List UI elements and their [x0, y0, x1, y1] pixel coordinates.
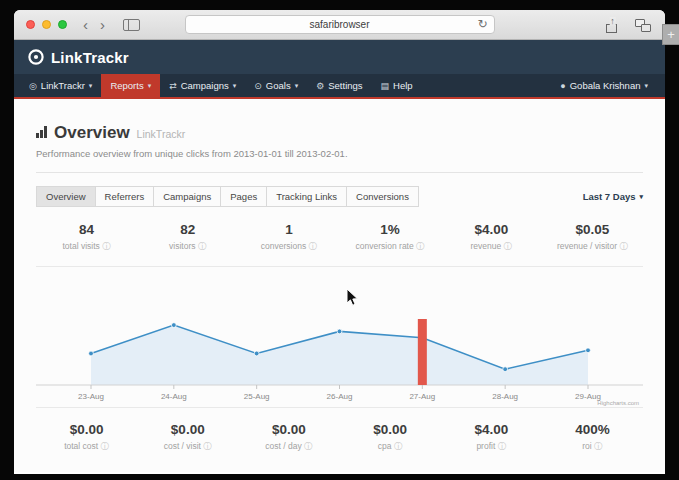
close-window-button[interactable]: [26, 20, 35, 29]
nav-item-label: Settings: [328, 80, 362, 91]
visits-chart[interactable]: 23-Aug24-Aug25-Aug26-Aug27-Aug28-Aug29-A…: [36, 267, 643, 407]
share-arrow-glyph: ↑: [609, 17, 616, 26]
page-title: Overview: [54, 123, 130, 143]
stat-revenue: $4.00 revenue ⓘ: [441, 222, 542, 253]
date-range-label: Last 7 Days: [583, 191, 636, 202]
stat-conversion-rate: 1% conversion rate ⓘ: [340, 222, 441, 253]
info-icon[interactable]: ⓘ: [504, 241, 513, 251]
forward-button[interactable]: ›: [100, 17, 105, 32]
tab-conversions[interactable]: Conversions: [346, 186, 419, 207]
report-tabs: Overview Referrers Campaigns Pages Track…: [36, 186, 643, 207]
user-icon: ●: [560, 81, 565, 91]
tab-campaigns[interactable]: Campaigns: [153, 186, 221, 207]
stat-label: visitors ⓘ: [137, 241, 238, 253]
nav-item-goals[interactable]: ⊙ Goals ▾: [245, 74, 307, 97]
svg-text:24-Aug: 24-Aug: [161, 392, 187, 401]
stat-label: conversion rate ⓘ: [340, 241, 441, 253]
user-menu[interactable]: ● Gobala Krishnan ▾: [551, 74, 657, 97]
stats-row-top: 84 total visits ⓘ 82 visitors ⓘ 1 conver…: [36, 222, 643, 253]
nav-item-settings[interactable]: ⚙ Settings: [307, 74, 371, 97]
nav-item-help[interactable]: ▤ Help: [372, 74, 422, 97]
info-icon[interactable]: ⓘ: [416, 241, 425, 251]
nav-item-label: Reports: [110, 80, 143, 91]
info-icon[interactable]: ⓘ: [309, 241, 318, 251]
stat-label-text: conversions: [261, 241, 306, 251]
stat-label: cpa ⓘ: [340, 441, 441, 453]
stat-value: $0.00: [340, 422, 441, 437]
stats-row-bottom: $0.00 total cost ⓘ $0.00 cost / visit ⓘ …: [36, 407, 643, 453]
svg-text:Highcharts.com: Highcharts.com: [597, 400, 639, 406]
stat-label-text: total visits: [62, 241, 99, 251]
stat-visitors: 82 visitors ⓘ: [137, 222, 238, 253]
show-tabs-icon[interactable]: [635, 19, 651, 32]
caret-down-icon: ▾: [295, 82, 299, 90]
refresh-icon[interactable]: ↻: [477, 17, 487, 31]
stat-label: profit ⓘ: [441, 441, 542, 453]
stat-value: $4.00: [441, 422, 542, 437]
bar-chart-icon: [36, 126, 47, 138]
info-icon[interactable]: ⓘ: [594, 441, 603, 451]
stat-label-text: visitors: [169, 241, 195, 251]
stat-value: 1%: [340, 222, 441, 237]
info-icon[interactable]: ⓘ: [619, 241, 628, 251]
nav-item-label: Help: [393, 80, 413, 91]
page-head: Overview LinkTrackr: [36, 99, 643, 143]
stat-value: $0.05: [542, 222, 643, 237]
stat-label: revenue ⓘ: [441, 241, 542, 253]
stat-profit: $4.00 profit ⓘ: [441, 422, 542, 453]
chart-section: 23-Aug24-Aug25-Aug26-Aug27-Aug28-Aug29-A…: [36, 266, 643, 407]
shuffle-icon: ⇄: [169, 81, 177, 91]
share-icon[interactable]: ↑: [606, 17, 619, 34]
info-icon[interactable]: ⓘ: [101, 441, 110, 451]
nav-item-campaigns[interactable]: ⇄ Campaigns ▾: [160, 74, 245, 97]
stat-label: conversions ⓘ: [238, 241, 339, 253]
target-icon: ⊙: [254, 81, 262, 91]
caret-down-icon: ▾: [644, 82, 648, 90]
stat-revenue-per-visitor: $0.05 revenue / visitor ⓘ: [542, 222, 643, 253]
stat-value: $0.00: [36, 422, 137, 437]
nav-item-reports[interactable]: Reports ▾: [101, 74, 160, 97]
info-icon[interactable]: ⓘ: [304, 441, 313, 451]
stat-label: total visits ⓘ: [36, 241, 137, 253]
address-text: safaribrowser: [309, 19, 369, 30]
svg-text:28-Aug: 28-Aug: [492, 392, 518, 401]
stat-label-text: cost / day: [265, 441, 301, 451]
caret-down-icon: ▾: [148, 82, 152, 90]
info-icon[interactable]: ⓘ: [102, 241, 111, 251]
stat-value: 82: [137, 222, 238, 237]
caret-down-icon: ▾: [639, 193, 643, 201]
stat-label: total cost ⓘ: [36, 441, 137, 453]
info-icon[interactable]: ⓘ: [394, 441, 403, 451]
tab-referrers[interactable]: Referrers: [95, 186, 155, 207]
stat-label-text: cost / visit: [164, 441, 201, 451]
stat-label: revenue / visitor ⓘ: [542, 241, 643, 253]
tab-pages[interactable]: Pages: [220, 186, 267, 207]
chrome-right-controls: ↑: [606, 10, 651, 40]
window-controls: [26, 20, 67, 29]
back-button[interactable]: ‹: [83, 17, 88, 32]
app-header: LinkTrackr: [14, 40, 665, 74]
stat-value: $0.00: [137, 422, 238, 437]
tab-tracking-links[interactable]: Tracking Links: [266, 186, 347, 207]
zoom-window-button[interactable]: [58, 20, 67, 29]
stat-label: roi ⓘ: [542, 441, 643, 453]
stat-label-text: revenue / visitor: [557, 241, 617, 251]
tab-overview[interactable]: Overview: [36, 186, 96, 207]
stat-cost-per-visit: $0.00 cost / visit ⓘ: [137, 422, 238, 453]
minimize-window-button[interactable]: [42, 20, 51, 29]
stat-value: 84: [36, 222, 137, 237]
date-range-select[interactable]: Last 7 Days ▾: [583, 191, 643, 202]
page-title-suffix: LinkTrackr: [137, 128, 186, 140]
nav-item-linktrackr[interactable]: ◎ LinkTrackr ▾: [20, 74, 101, 97]
caret-down-icon: ▾: [233, 82, 237, 90]
address-bar[interactable]: safaribrowser ↻: [185, 15, 495, 34]
linktrackr-icon: ◎: [29, 81, 37, 91]
stat-label-text: conversion rate: [356, 241, 414, 251]
sidebar-toggle-icon[interactable]: [123, 19, 140, 31]
nav-item-label: LinkTrackr: [41, 80, 85, 91]
info-icon[interactable]: ⓘ: [198, 241, 207, 251]
info-icon[interactable]: ⓘ: [498, 441, 507, 451]
info-icon[interactable]: ⓘ: [203, 441, 212, 451]
new-tab-button[interactable]: +: [662, 24, 679, 45]
svg-text:26-Aug: 26-Aug: [327, 392, 353, 401]
